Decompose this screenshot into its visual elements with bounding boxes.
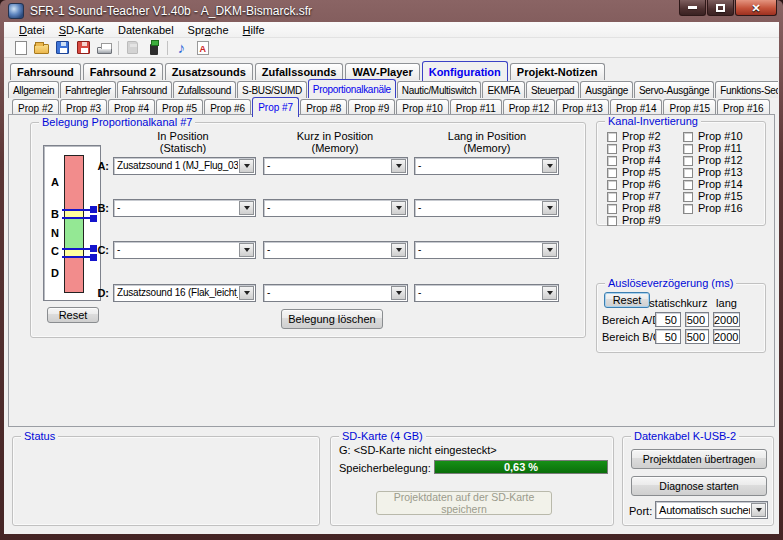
start-diagnose-button[interactable]: Diagnose starten <box>631 476 767 496</box>
delay-bereich-a-d-kurz-input[interactable]: 500 <box>685 312 709 327</box>
prop7-c-statisch-select-dropdown-button[interactable] <box>239 243 254 257</box>
segment-n <box>65 219 83 249</box>
prop7-a-statisch-select-dropdown-button[interactable] <box>239 159 254 173</box>
sd-card-group-title: SD-Karte (4 GB) <box>339 430 426 442</box>
usb-cable-button[interactable] <box>143 39 164 57</box>
checkbox-prop-9[interactable]: Prop #9 <box>607 215 661 226</box>
prop7-a-lang-select-value: - <box>415 158 541 174</box>
minimize-button[interactable] <box>679 0 706 16</box>
prop7-b-kurz-select[interactable]: - <box>263 199 408 217</box>
prop7-b-lang-select-dropdown-button[interactable] <box>542 201 557 215</box>
delay-reset-button[interactable]: Reset <box>604 292 650 308</box>
checkbox-prop-14[interactable]: Prop #14 <box>683 179 743 190</box>
delay-bereich-b-c-lang-input[interactable]: 2000 <box>713 329 740 344</box>
checkbox-prop-6[interactable]: Prop #6 <box>607 179 661 190</box>
prop7-b-statisch-select[interactable]: - <box>113 199 256 217</box>
marker-handle-b-bottom[interactable] <box>90 215 97 222</box>
menu-item-sprache[interactable]: Sprache <box>181 22 236 38</box>
checkbox-prop-10[interactable]: Prop #10 <box>683 131 743 142</box>
tab-proportionalkan-le[interactable]: Proportionalkanäle <box>308 79 396 98</box>
checkbox-prop-11[interactable]: Prop #11 <box>683 143 742 154</box>
prop7-d-kurz-select-dropdown-button[interactable] <box>391 286 406 300</box>
sd-card-group: SD-Karte (4 GB) G: <SD-Karte nicht einge… <box>330 436 614 526</box>
menu-item-datenkabel[interactable]: Datenkabel <box>111 22 181 38</box>
port-select[interactable]: Automatisch suchen <box>655 501 768 519</box>
new-file-icon <box>15 41 27 55</box>
usage-progress-value: 0,63 % <box>504 461 538 473</box>
prop7-c-kurz-select-dropdown-button[interactable] <box>391 243 406 257</box>
prop7-d-kurz-select[interactable]: - <box>263 284 408 302</box>
prop7-b-kurz-select-value: - <box>264 200 390 216</box>
delay-bereich-b-c-statisch-input[interactable]: 50 <box>655 329 681 344</box>
checkbox-label: Prop #5 <box>622 167 661 178</box>
prop7-c-lang-select-dropdown-button[interactable] <box>542 243 557 257</box>
prop7-a-kurz-select-dropdown-button[interactable] <box>391 159 406 173</box>
checkbox-prop-15[interactable]: Prop #15 <box>683 191 743 202</box>
transfer-project-button[interactable]: Projektdaten übertragen <box>631 449 767 469</box>
marker-line-b-bottom <box>62 217 92 219</box>
checkbox-label: Prop #3 <box>622 143 661 154</box>
sd-drive-status: G: <SD-Karte nicht eingesteckt> <box>339 444 497 456</box>
new-file-button[interactable] <box>10 39 31 57</box>
prop7-d-lang-select-dropdown-button[interactable] <box>542 286 557 300</box>
prop7-a-kurz-select[interactable]: - <box>263 157 408 175</box>
checkbox-prop-2[interactable]: Prop #2 <box>607 131 661 142</box>
marker-line-c-bottom <box>62 256 92 258</box>
port-select-value: Automatisch suchen <box>656 502 750 518</box>
checkbox-prop-16[interactable]: Prop #16 <box>683 203 743 214</box>
prop7-d-lang-select[interactable]: - <box>414 284 559 302</box>
prop7-b-lang-select[interactable]: - <box>414 199 559 217</box>
menu-item-sd-karte[interactable]: SD-Karte <box>52 22 111 38</box>
close-button[interactable]: ✕ <box>735 0 777 16</box>
tab-prop-7[interactable]: Prop #7 <box>252 97 299 117</box>
maximize-button[interactable] <box>707 0 734 16</box>
checkbox-prop-13[interactable]: Prop #13 <box>683 167 743 178</box>
prop7-d-statisch-select[interactable]: Zusatzsound 16 (Flak_leicht_01.wav) <box>113 284 256 302</box>
prop7-b-kurz-select-dropdown-button[interactable] <box>391 201 406 215</box>
prop7-c-kurz-select-value: - <box>264 242 390 258</box>
menu-item-hilfe[interactable]: Hilfe <box>236 22 272 38</box>
checkbox-label: Prop #2 <box>622 131 661 142</box>
prop7-a-statisch-select[interactable]: Zusatzsound 1 (MJ_Flug_03.wav) <box>113 157 256 175</box>
checkbox-box <box>683 168 693 178</box>
delay-bereich-a-d-statisch-input[interactable]: 50 <box>655 312 681 327</box>
pdf-button[interactable] <box>192 39 213 57</box>
toolbar-separator <box>167 41 168 55</box>
prop7-a-lang-select[interactable]: - <box>414 157 559 175</box>
port-dropdown-button[interactable] <box>751 503 766 517</box>
save-as-button[interactable] <box>73 39 94 57</box>
save-file-icon <box>56 41 69 54</box>
checkbox-prop-7[interactable]: Prop #7 <box>607 191 661 202</box>
checkbox-box <box>607 204 617 214</box>
kanal-invertierung-title: Kanal-Invertierung <box>605 115 701 127</box>
prop7-c-lang-select[interactable]: - <box>414 241 559 259</box>
checkbox-box <box>683 132 693 142</box>
datenkabel-group-title: Datenkabel K-USB-2 <box>631 430 739 442</box>
checkbox-label: Prop #9 <box>622 215 661 226</box>
delay-bereich-a-d-lang-input[interactable]: 2000 <box>713 312 740 327</box>
toolbar <box>4 38 779 58</box>
checkbox-prop-5[interactable]: Prop #5 <box>607 167 661 178</box>
checkbox-box <box>607 216 617 226</box>
music-note-button[interactable] <box>171 39 192 57</box>
delay-bereich-b-c-kurz-input[interactable]: 500 <box>685 329 709 344</box>
prop7-d-statisch-select-dropdown-button[interactable] <box>239 286 254 300</box>
checkbox-prop-12[interactable]: Prop #12 <box>683 155 743 166</box>
print-button[interactable] <box>94 39 115 57</box>
checkbox-box <box>683 144 693 154</box>
menu-item-datei[interactable]: Datei <box>12 22 52 38</box>
prop7-a-statisch-select-value: Zusatzsound 1 (MJ_Flug_03.wav) <box>114 158 238 174</box>
prop7-c-kurz-select[interactable]: - <box>263 241 408 259</box>
open-file-button[interactable] <box>31 39 52 57</box>
save-file-button[interactable] <box>52 39 73 57</box>
checkbox-prop-4[interactable]: Prop #4 <box>607 155 661 166</box>
belegung-clear-button[interactable]: Belegung löschen <box>281 309 383 329</box>
checkbox-prop-8[interactable]: Prop #8 <box>607 203 661 214</box>
prop7-b-statisch-select-dropdown-button[interactable] <box>239 201 254 215</box>
prop7-c-statisch-select[interactable]: - <box>113 241 256 259</box>
diagram-reset-button[interactable]: Reset <box>47 307 99 323</box>
checkbox-prop-3[interactable]: Prop #3 <box>607 143 661 154</box>
minimize-icon <box>688 6 697 9</box>
prop7-a-lang-select-dropdown-button[interactable] <box>542 159 557 173</box>
tab-konfiguration[interactable]: Konfiguration <box>422 61 508 81</box>
